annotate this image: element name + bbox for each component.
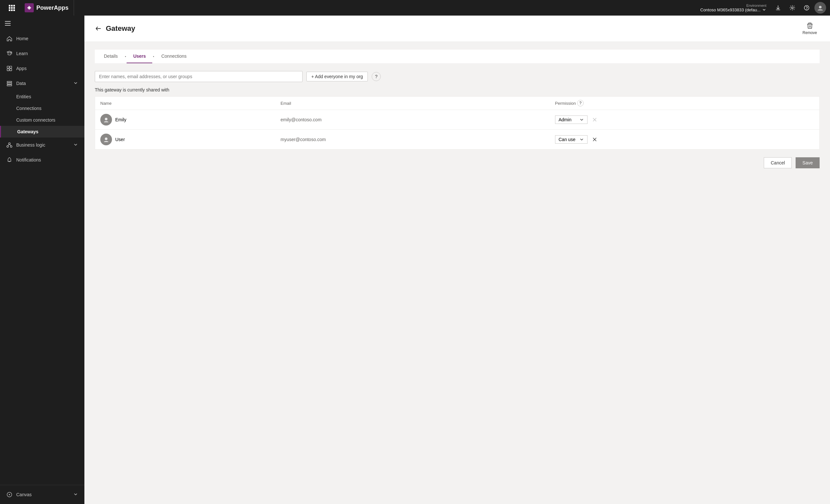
svg-point-30 xyxy=(9,494,10,495)
emily-email-cell: emily@contoso.com xyxy=(275,110,549,130)
sidebar-item-apps[interactable]: Apps xyxy=(0,61,85,76)
sidebar-bottom: Canvas xyxy=(0,485,85,504)
apps-icon xyxy=(6,66,12,71)
svg-point-37 xyxy=(105,137,107,140)
svg-rect-8 xyxy=(13,9,15,11)
search-input[interactable] xyxy=(95,71,302,82)
topbar: PowerApps Environment Contoso M365x93383… xyxy=(0,0,830,15)
sidebar-label-home: Home xyxy=(16,36,28,41)
business-logic-chevron-icon xyxy=(73,142,78,148)
sidebar-subitem-custom-connectors[interactable]: Custom connectors xyxy=(0,114,85,126)
main-content: Gateway Remove Details ● Users ● Connect… xyxy=(85,15,830,504)
tab-users[interactable]: Users xyxy=(127,49,152,63)
page-title: Gateway xyxy=(106,24,800,33)
svg-rect-18 xyxy=(10,66,12,68)
sidebar-navigation: Home Learn Apps Data Entities Connection… xyxy=(0,31,85,167)
remove-user-icon xyxy=(592,137,597,142)
sidebar-item-canvas[interactable]: Canvas xyxy=(0,489,85,501)
user-email: myuser@contoso.com xyxy=(281,137,326,142)
sidebar-subitem-connections[interactable]: Connections xyxy=(0,102,85,114)
user-email-cell: myuser@contoso.com xyxy=(275,130,549,149)
app-logo: PowerApps xyxy=(20,0,74,15)
page-content: Details ● Users ● Connections + Add ever… xyxy=(85,42,830,504)
svg-point-12 xyxy=(819,6,822,8)
users-table: Name Email Permission ? xyxy=(95,96,820,149)
cancel-button[interactable]: Cancel xyxy=(764,157,792,168)
page-header: Gateway Remove xyxy=(85,15,830,42)
form-footer: Cancel Save xyxy=(95,157,820,168)
add-everyone-label: + Add everyone in my org xyxy=(311,74,363,79)
sidebar-item-data[interactable]: Data xyxy=(0,76,85,91)
svg-rect-17 xyxy=(7,66,9,68)
env-label: Environment xyxy=(746,4,766,7)
user-name: User xyxy=(115,137,125,142)
user-avatar-2 xyxy=(100,134,112,145)
user-avatar[interactable] xyxy=(815,2,826,13)
sidebar-item-home[interactable]: Home xyxy=(0,31,85,46)
environment-selector[interactable]: Environment Contoso M365x933833 (defau..… xyxy=(700,4,766,12)
remove-button[interactable]: Remove xyxy=(800,21,820,36)
col-email: Email xyxy=(275,97,549,110)
tab-details[interactable]: Details xyxy=(97,49,124,63)
sidebar-item-business-logic[interactable]: Business logic xyxy=(0,137,85,153)
svg-rect-4 xyxy=(11,7,13,9)
svg-rect-3 xyxy=(9,7,10,9)
user-name-cell: User xyxy=(95,130,276,149)
svg-rect-14 xyxy=(5,23,11,24)
env-name[interactable]: Contoso M365x933833 (defau... xyxy=(700,7,766,12)
svg-line-28 xyxy=(9,144,11,146)
svg-rect-6 xyxy=(9,9,10,11)
add-everyone-button[interactable]: + Add everyone in my org xyxy=(307,72,368,81)
sidebar-collapse-button[interactable] xyxy=(0,15,15,31)
notifications-icon xyxy=(6,157,12,163)
permission-help-button[interactable]: ? xyxy=(577,100,584,106)
waffle-button[interactable] xyxy=(4,4,20,11)
svg-line-27 xyxy=(8,144,9,146)
tabs: Details ● Users ● Connections xyxy=(95,49,820,63)
emily-permission-cell: Admin xyxy=(550,110,820,130)
svg-rect-0 xyxy=(9,5,10,6)
sidebar-subitem-entities[interactable]: Entities xyxy=(0,91,85,102)
sidebar-label-business-logic: Business logic xyxy=(16,142,45,147)
shared-with-text: This gateway is currently shared with xyxy=(95,87,820,93)
canvas-icon xyxy=(6,492,12,498)
svg-rect-1 xyxy=(11,5,13,6)
sidebar-label-learn: Learn xyxy=(16,51,28,56)
sidebar-item-notifications[interactable]: Notifications xyxy=(0,153,85,167)
business-logic-icon xyxy=(6,142,12,148)
logo-icon xyxy=(25,3,34,12)
settings-button[interactable] xyxy=(786,1,799,14)
emily-permission-select[interactable]: Admin xyxy=(555,115,587,124)
svg-rect-7 xyxy=(11,9,13,11)
data-icon xyxy=(6,80,12,86)
svg-point-26 xyxy=(10,146,12,147)
svg-rect-5 xyxy=(13,7,15,9)
svg-point-9 xyxy=(791,7,793,8)
help-tooltip-button[interactable]: ? xyxy=(372,72,381,81)
download-button[interactable] xyxy=(772,1,785,14)
sidebar-subitem-gateways[interactable]: Gateways xyxy=(0,126,85,137)
sidebar-item-learn[interactable]: Learn xyxy=(0,46,85,61)
save-button[interactable]: Save xyxy=(796,157,820,168)
svg-rect-31 xyxy=(807,24,812,25)
sidebar-label-canvas: Canvas xyxy=(16,492,31,497)
topbar-icons xyxy=(772,1,826,14)
svg-point-34 xyxy=(105,118,107,120)
svg-rect-13 xyxy=(5,21,11,22)
canvas-chevron-icon xyxy=(73,492,78,498)
tab-dot-2: ● xyxy=(152,56,155,58)
user-remove-button[interactable] xyxy=(590,135,599,144)
logo-text: PowerApps xyxy=(36,4,68,11)
back-button[interactable] xyxy=(95,25,102,32)
user-permission-select[interactable]: Can use xyxy=(555,135,587,144)
trash-icon xyxy=(806,22,813,29)
emily-remove-button xyxy=(590,115,599,124)
search-row: + Add everyone in my org ? xyxy=(95,71,820,82)
help-button[interactable] xyxy=(800,1,813,14)
tab-connections[interactable]: Connections xyxy=(155,49,193,63)
svg-rect-15 xyxy=(5,25,11,26)
emily-name: Emily xyxy=(115,117,126,122)
users-section: + Add everyone in my org ? This gateway … xyxy=(95,71,820,168)
svg-rect-23 xyxy=(7,85,12,86)
learn-icon xyxy=(6,51,12,57)
